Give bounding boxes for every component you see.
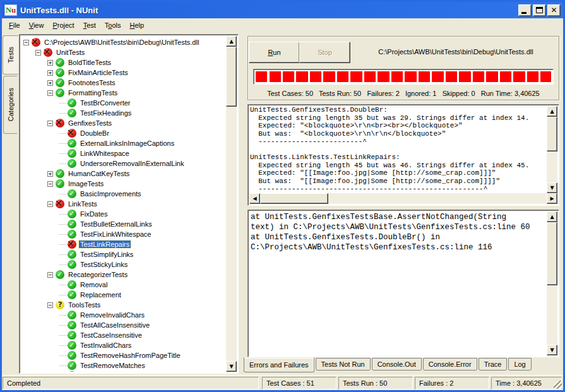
- tree-item[interactable]: TestInvalidChars: [21, 340, 226, 350]
- menu-item-help[interactable]: Help: [126, 20, 149, 31]
- test-passed-icon: [68, 210, 76, 218]
- menu-item-tools[interactable]: Tools: [100, 20, 126, 31]
- tree-item[interactable]: TestCaseInsensitive: [21, 330, 226, 340]
- errors-horizontal-scrollbar[interactable]: ◀ ▶: [249, 193, 557, 204]
- tab-console-out[interactable]: Console.Out: [372, 358, 422, 371]
- collapse-toggle-icon[interactable]: −: [47, 201, 53, 207]
- expand-toggle-icon[interactable]: +: [47, 171, 53, 177]
- tree-item[interactable]: TestBulletExternalLinks: [21, 219, 226, 229]
- tab-errors-and-failures[interactable]: Errors and Failures: [244, 357, 314, 372]
- tree-item[interactable]: −C:\Projects\AWB\UnitTests\bin\Debug\Uni…: [21, 37, 226, 47]
- maximize-button[interactable]: [533, 4, 546, 16]
- tree-item[interactable]: −ToolsTests: [21, 300, 226, 310]
- tree-item[interactable]: Removal: [21, 280, 226, 290]
- scroll-down-button[interactable]: ▼: [547, 345, 557, 355]
- scrollbar-thumb[interactable]: [226, 47, 237, 107]
- tab-tests-not-run[interactable]: Tests Not Run: [316, 358, 371, 371]
- scroll-right-button[interactable]: ▶: [547, 193, 557, 204]
- tree-item[interactable]: TestRemoveHashFromPageTitle: [21, 350, 226, 360]
- scroll-up-button[interactable]: ▲: [547, 106, 557, 117]
- tree-item[interactable]: −GenfixesTests: [21, 118, 226, 128]
- tree-item[interactable]: TestFixLinkWhitespace: [21, 229, 226, 239]
- errors-detail-box[interactable]: UnitTests.GenfixesTests.DoubleBr: Expect…: [247, 104, 559, 206]
- tree-item[interactable]: TestRe: [21, 371, 226, 372]
- tree-item[interactable]: FixDates: [21, 209, 226, 219]
- errors-vertical-scrollbar[interactable]: ▲ ▼: [547, 106, 557, 193]
- resize-grip[interactable]: [554, 381, 562, 389]
- tree-item[interactable]: +BoldTitleTests: [21, 57, 226, 68]
- tree-connector: [59, 365, 68, 366]
- scroll-left-button[interactable]: ◀: [249, 193, 260, 204]
- menu-item-view[interactable]: View: [25, 20, 49, 31]
- collapse-toggle-icon[interactable]: −: [47, 272, 53, 278]
- collapse-toggle-icon[interactable]: −: [35, 50, 41, 56]
- progress-fill: [256, 71, 551, 82]
- tree-item[interactable]: TestLinkRepairs: [21, 239, 226, 249]
- scrollbar-thumb[interactable]: [547, 117, 557, 151]
- tree-item[interactable]: TestAllCaseInsensitive: [21, 320, 226, 330]
- trace-vertical-scrollbar[interactable]: ▲ ▼: [547, 211, 557, 355]
- tree-connector: [59, 335, 68, 336]
- scrollbar-thumb[interactable]: [260, 193, 328, 204]
- tree-item[interactable]: BasicImprovements: [21, 189, 226, 199]
- scroll-up-button[interactable]: ▲: [226, 36, 237, 47]
- tree-item[interactable]: TestSimplifyLinks: [21, 249, 226, 259]
- tree-item[interactable]: TestRemoveMatches: [21, 360, 226, 371]
- tree-item[interactable]: +FixMainArticleTests: [21, 68, 226, 78]
- maximize-icon: [536, 7, 543, 13]
- tree-item[interactable]: −ImageTests: [21, 179, 226, 189]
- menu-bar: FileViewProjectTestToolsHelp: [2, 18, 563, 32]
- tree-item[interactable]: DoubleBr: [21, 128, 226, 138]
- tree-item-label: TestLinkRepairs: [79, 241, 131, 248]
- tree-item-label: UnitTests: [55, 49, 86, 56]
- scrollbar-thumb[interactable]: [547, 222, 557, 285]
- menu-item-test[interactable]: Test: [79, 20, 100, 31]
- tree-item[interactable]: ExternalLinksInImageCaptions: [21, 138, 226, 148]
- tree-item[interactable]: +FootnotesTests: [21, 78, 226, 88]
- tree-connector: [59, 103, 68, 104]
- tree-item[interactable]: LinkWhitespace: [21, 148, 226, 158]
- side-tab-tests[interactable]: Tests: [3, 35, 18, 74]
- tree-item[interactable]: −FormattingTests: [21, 88, 226, 98]
- scroll-down-button[interactable]: ▼: [547, 182, 557, 193]
- scroll-up-button[interactable]: ▲: [547, 211, 557, 222]
- test-passed-icon: [56, 88, 64, 97]
- tree-item[interactable]: TestBrConverter: [21, 98, 226, 108]
- collapse-toggle-icon[interactable]: −: [23, 40, 29, 45]
- test-passed-icon: [68, 260, 76, 269]
- status-panel: Tests Run : 50: [338, 377, 413, 389]
- menu-item-project[interactable]: Project: [48, 20, 78, 31]
- collapse-toggle-icon[interactable]: −: [47, 302, 53, 308]
- minimize-button[interactable]: [518, 4, 532, 16]
- side-tab-categories[interactable]: Categories: [3, 76, 17, 134]
- scroll-down-button[interactable]: ▼: [226, 361, 237, 372]
- title-bar[interactable]: Nu UnitTests.dll - NUnit ✕: [2, 2, 563, 18]
- tree-item[interactable]: −UnitTests: [21, 47, 226, 57]
- stop-button[interactable]: Stop: [299, 42, 350, 63]
- test-passed-icon: [68, 98, 76, 107]
- tab-log[interactable]: Log: [508, 358, 531, 371]
- collapse-toggle-icon[interactable]: −: [47, 181, 53, 187]
- tree-item[interactable]: TestStickyLinks: [21, 259, 226, 270]
- stack-trace-box[interactable]: at UnitTests.GenfixesTestsBase.AssertNot…: [247, 210, 559, 357]
- tab-console-error[interactable]: Console.Error: [423, 358, 477, 371]
- tree-item[interactable]: +HumanCatKeyTests: [21, 169, 226, 179]
- tree-item[interactable]: TestFixHeadings: [21, 108, 226, 118]
- run-button[interactable]: Run: [249, 42, 300, 63]
- collapse-toggle-icon[interactable]: −: [47, 90, 53, 96]
- expand-toggle-icon[interactable]: +: [47, 70, 53, 76]
- expand-toggle-icon[interactable]: +: [47, 80, 53, 86]
- tree-item[interactable]: −LinkTests: [21, 199, 226, 209]
- tab-trace[interactable]: Trace: [479, 358, 508, 371]
- tree-item[interactable]: RemoveInvalidChars: [21, 310, 226, 320]
- tree-item[interactable]: UndersoreRemovalInExternalLink: [21, 158, 226, 169]
- tree-vertical-scrollbar[interactable]: ▲ ▼: [226, 36, 237, 372]
- close-button[interactable]: ✕: [547, 4, 561, 16]
- tree-item[interactable]: Replacement: [21, 290, 226, 300]
- test-failed-icon: [68, 240, 76, 249]
- tree-connector: [59, 295, 68, 295]
- expand-toggle-icon[interactable]: +: [47, 60, 53, 66]
- menu-item-file[interactable]: File: [4, 20, 25, 31]
- collapse-toggle-icon[interactable]: −: [47, 121, 53, 126]
- tree-item[interactable]: −RecategorizerTests: [21, 270, 226, 280]
